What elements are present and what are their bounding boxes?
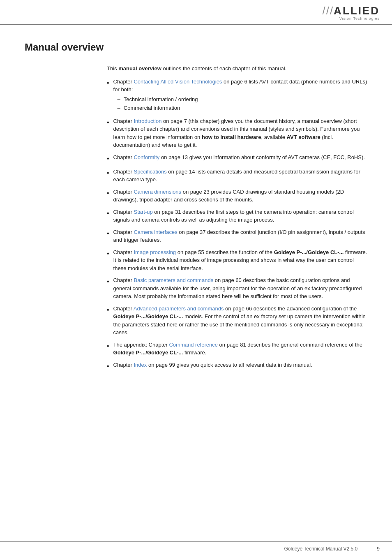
chapter-link-command-reference[interactable]: Command reference xyxy=(169,342,218,348)
chapter-link-image-processing[interactable]: Image processing xyxy=(134,249,176,255)
chapter-link-startup[interactable]: Start-up xyxy=(134,209,152,215)
chapter-link-index[interactable]: Index xyxy=(134,362,147,368)
list-item-text: Chapter Start-up on page 31 describes th… xyxy=(113,208,367,224)
list-item-text: Chapter Image processing on page 55 desc… xyxy=(113,248,367,273)
list-item: Chapter Contacting Allied Vision Technol… xyxy=(107,78,367,113)
page-number: 9 xyxy=(377,546,380,552)
list-item-text: Chapter Conformity on page 13 gives you … xyxy=(113,153,367,162)
page-footer: Goldeye Technical Manual V2.5.0 9 xyxy=(0,541,392,555)
list-item-text: Chapter Contacting Allied Vision Technol… xyxy=(113,78,367,113)
chapter-link-camera-dimensions[interactable]: Camera dimensions xyxy=(134,189,181,195)
chapter-link-specifications[interactable]: Specifications xyxy=(134,169,166,175)
list-item: Chapter Advanced parameters and commands… xyxy=(107,305,367,337)
list-item: Chapter Basic parameters and commands on… xyxy=(107,276,367,301)
page-title: Manual overview xyxy=(25,42,367,53)
chapter-link-contacting[interactable]: Contacting Allied Vision Technologies xyxy=(134,79,222,85)
chapter-link-advanced-params[interactable]: Advanced parameters and commands xyxy=(134,305,224,312)
list-item-text: Chapter Index on page 99 gives you quick… xyxy=(113,361,367,369)
list-item-text: Chapter Specifications on page 14 lists … xyxy=(113,168,367,184)
list-item-text: Chapter Camera dimensions on page 23 pro… xyxy=(113,188,367,204)
chapter-link-introduction[interactable]: Introduction xyxy=(134,118,161,124)
chapter-link-basic-params[interactable]: Basic parameters and commands xyxy=(134,277,213,283)
list-item-text: Chapter Basic parameters and commands on… xyxy=(113,276,367,301)
list-item-text: The appendix: Chapter Command reference … xyxy=(113,341,367,357)
list-item: The appendix: Chapter Command reference … xyxy=(107,341,367,357)
list-item: Chapter Index on page 99 gives you quick… xyxy=(107,361,367,371)
chapter-list: Chapter Contacting Allied Vision Technol… xyxy=(107,78,367,371)
footer-manual-name: Goldeye Technical Manual V2.5.0 9 xyxy=(284,546,380,552)
list-item: Chapter Image processing on page 55 desc… xyxy=(107,248,367,273)
list-item: Chapter Camera dimensions on page 23 pro… xyxy=(107,188,367,204)
intro-paragraph: This manual overview outlines the conten… xyxy=(107,65,367,73)
logo-text: ///ALLIED xyxy=(322,5,380,16)
list-item: Chapter Introduction on page 7 (this cha… xyxy=(107,117,367,149)
main-content: Manual overview This manual overview out… xyxy=(0,25,392,400)
page-header: ///ALLIED Vision Technologies xyxy=(0,0,392,25)
manual-title: Goldeye Technical Manual V2.5.0 xyxy=(284,546,358,552)
sub-list-item: Commercial information xyxy=(118,104,367,112)
list-item: Chapter Specifications on page 14 lists … xyxy=(107,168,367,184)
list-item: Chapter Camera interfaces on page 37 des… xyxy=(107,228,367,244)
list-item: Chapter Conformity on page 13 gives you … xyxy=(107,153,367,164)
logo: ///ALLIED Vision Technologies xyxy=(322,5,380,21)
list-item: Chapter Start-up on page 31 describes th… xyxy=(107,208,367,224)
chapter-link-camera-interfaces[interactable]: Camera interfaces xyxy=(134,229,177,235)
chapter-link-conformity[interactable]: Conformity xyxy=(134,154,159,160)
sub-list-item: Technical information / ordering xyxy=(118,95,367,104)
list-item-text: Chapter Advanced parameters and commands… xyxy=(113,305,367,337)
list-item-text: Chapter Introduction on page 7 (this cha… xyxy=(113,117,367,149)
sub-list: Technical information / ordering Commerc… xyxy=(118,95,367,112)
list-item-text: Chapter Camera interfaces on page 37 des… xyxy=(113,228,367,244)
logo-subtitle: Vision Technologies xyxy=(339,16,380,21)
